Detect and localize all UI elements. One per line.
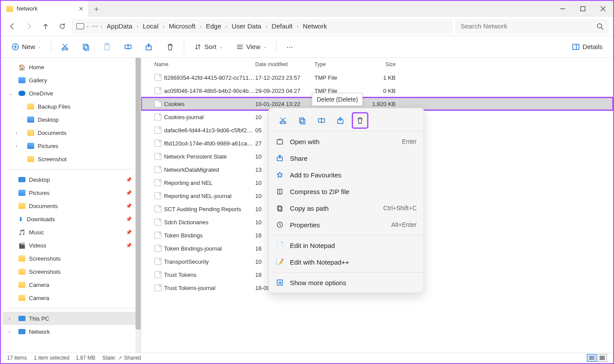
minimize-button[interactable] [553,2,573,16]
sidebar-item[interactable]: Backup Files [3,100,139,113]
share-button[interactable] [142,40,157,53]
col-type[interactable]: Type [314,61,365,67]
ctx-label: Open with [290,138,320,145]
ctx-notepad[interactable]: 📄 Edit in Notepad [269,237,424,254]
folder-icon [18,295,25,301]
close-icon[interactable]: ✕ [79,5,84,12]
file-name: SCT Auditing Pending Reports [164,206,255,212]
breadcrumb[interactable]: › ⋯ › AppData › Local › Microsoft › Edge… [72,19,453,34]
sidebar-pinned[interactable]: Screenshots [3,252,139,265]
search-box[interactable] [455,19,609,34]
chevron-right-icon[interactable]: › [16,144,17,148]
scrollbar[interactable] [136,58,141,353]
crumb[interactable]: User Data [230,22,263,30]
file-row[interactable]: 82869354-42fd-4415-8072-cc71137bca6f...1… [141,71,613,84]
cut-button[interactable] [57,40,72,53]
ctx-cut-button[interactable] [275,113,291,128]
ctx-properties[interactable]: Properties Alt+Enter [269,216,424,233]
file-icon [154,140,161,147]
crumb[interactable]: Default [270,22,294,30]
up-button[interactable] [39,19,53,33]
maximize-button[interactable] [573,2,593,16]
chevron-right-icon[interactable]: › [16,131,17,135]
sidebar-label: Screenshots [29,255,61,262]
sidebar-thispc[interactable]: ›This PC [3,312,139,325]
ctx-copy-path[interactable]: Copy as path Ctrl+Shift+C [269,200,424,216]
file-name: Cookies-journal [164,114,255,120]
ctx-compress[interactable]: Compress to ZIP file [269,183,424,200]
view-icon [236,43,244,51]
chevron-right-icon[interactable]: › [9,329,10,334]
more-button[interactable]: ⋯ [283,40,296,53]
ctx-shortcut: Alt+Enter [391,221,417,228]
view-button[interactable]: View ⌄ [232,40,270,53]
sidebar-pinned[interactable]: ⬇Downloads📌 [3,212,139,226]
file-row[interactable]: ac05f046-1478-48b5-b4b2-90c4bdaa186...29… [141,84,613,97]
scrollbar-thumb[interactable] [136,58,141,329]
file-name: Reporting and NEL [164,180,255,186]
sidebar-onedrive[interactable]: ⌄ OneDrive [3,87,139,100]
rename-button[interactable] [121,40,136,53]
view-details-toggle[interactable] [587,354,596,362]
col-size[interactable]: Size [365,61,396,67]
chevron-right-icon: › [225,24,227,29]
paste-button[interactable] [100,40,114,53]
close-window-button[interactable] [593,2,613,16]
sidebar-pinned[interactable]: Desktop📌 [3,173,139,186]
svg-rect-15 [105,44,109,50]
sidebar-label: Music [29,229,44,236]
toolbar: New ⌄ Sort ⌄ View ⌄ ⋯ Details [1,36,613,58]
sidebar-item[interactable]: Screenshot [3,152,139,166]
sidebar-pinned[interactable]: Camera [3,278,139,291]
tab[interactable]: Network ✕ [1,1,89,17]
sidebar-pinned[interactable]: 🎵Music📌 [3,226,139,239]
crumb[interactable]: Microsoft [167,22,197,30]
sidebar-pinned[interactable]: Pictures📌 [3,186,139,199]
ctx-share[interactable]: Share [269,150,424,166]
more-options-icon [276,279,284,286]
chevron-right-icon: › [101,24,103,29]
sidebar-pinned[interactable]: 🎬Videos📌 [3,239,139,252]
sidebar-pinned[interactable]: Camera [3,291,139,304]
ctx-favourites[interactable]: Add to Favourites [269,166,424,183]
ctx-copy-button[interactable] [294,113,310,128]
crumb[interactable]: Local [141,22,160,30]
new-button[interactable]: New ⌄ [8,40,45,53]
view-icons-toggle[interactable] [597,354,607,362]
copy-button[interactable] [79,40,93,53]
status-bar: 17 items 1 item selected 1.87 MB State: … [2,353,612,362]
delete-button[interactable] [163,40,178,53]
sort-button[interactable]: Sort ⌄ [190,40,226,53]
ctx-delete-button[interactable] [352,113,368,128]
sidebar-network[interactable]: ›Network [3,325,139,338]
more-icon[interactable]: ⋯ [91,22,98,30]
sidebar-home[interactable]: 🏠 Home [3,60,139,74]
forward-button[interactable] [22,19,36,33]
new-tab-button[interactable]: ＋ [89,4,104,14]
refresh-button[interactable] [55,19,69,33]
chevron-down-icon[interactable]: ⌄ [9,91,12,96]
ctx-label: Add to Favourites [290,171,342,179]
crumb[interactable]: Edge [204,22,223,30]
sidebar-label: Pictures [29,190,50,196]
chevron-right-icon[interactable]: › [9,316,10,321]
ctx-more-options[interactable]: Show more options [269,274,424,291]
ctx-share-button[interactable] [333,113,349,128]
crumb[interactable]: AppData [105,22,134,30]
sidebar-item[interactable]: ›Pictures [3,139,139,152]
sidebar-gallery[interactable]: Gallery [3,74,139,87]
details-button[interactable]: Details [568,40,606,53]
crumb[interactable]: Network [301,22,329,30]
view-label: View [246,43,261,50]
sidebar-pinned[interactable]: Screenshots [3,265,139,278]
sidebar-item[interactable]: ›Documents [3,126,139,139]
ctx-rename-button[interactable] [314,113,329,128]
sidebar-pinned[interactable]: Documents📌 [3,199,139,212]
col-date[interactable]: Date modified [255,61,314,67]
col-name[interactable]: Name [154,61,255,67]
back-button[interactable] [5,19,19,33]
search-input[interactable] [460,22,593,30]
ctx-notepadpp[interactable]: 📝 Edit with Notepad++ [269,254,424,270]
ctx-open-with[interactable]: Open with Enter [269,133,424,150]
sidebar-item[interactable]: Desktop [3,113,139,126]
